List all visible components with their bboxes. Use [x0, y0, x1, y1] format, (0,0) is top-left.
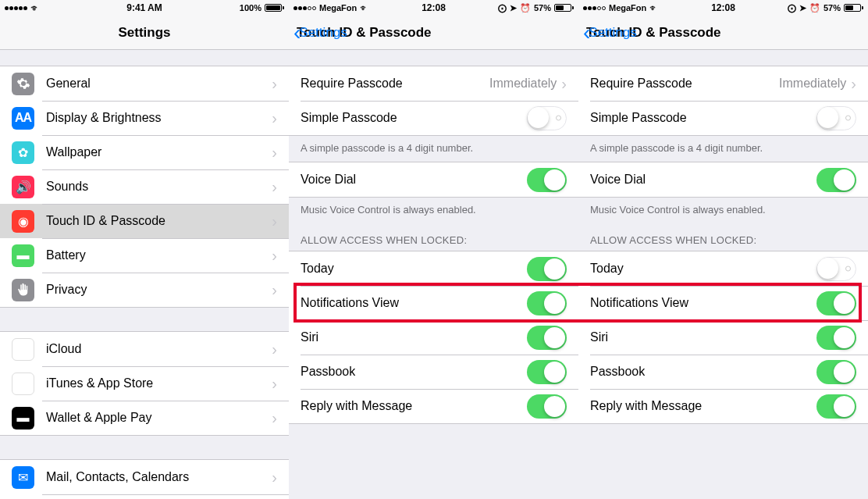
- carrier-label: MegaFon: [319, 3, 357, 12]
- siri-toggle[interactable]: [816, 326, 856, 350]
- signal-dots: [583, 6, 606, 10]
- row-label: Simple Passcode: [590, 111, 816, 125]
- section-footer: Music Voice Control is always enabled.: [289, 198, 578, 223]
- toggle-knob: [544, 362, 565, 383]
- reply-toggle[interactable]: [527, 394, 567, 419]
- section-header: ALLOW ACCESS WHEN LOCKED:: [289, 223, 578, 251]
- chevron-right-icon: ›: [272, 144, 277, 162]
- row-label: Today: [590, 262, 816, 276]
- navbar: ‹SettingsTouch ID & Passcode: [578, 16, 868, 50]
- aa-icon: AA: [12, 107, 34, 130]
- row-label: iTunes & App Store: [46, 376, 272, 390]
- row-label: Reply with Message: [590, 399, 816, 413]
- toggle-knob: [817, 107, 838, 128]
- allow-access-section: TodayNotifications ViewSiriPassbookReply…: [289, 251, 578, 424]
- simple-passcode-toggle[interactable]: [816, 106, 856, 130]
- row-label: Siri: [301, 330, 527, 344]
- settings-row-notes[interactable]: Notes›: [0, 494, 289, 499]
- settings-row-general[interactable]: General›: [0, 66, 289, 101]
- allow-passbook-row: Passbook: [289, 355, 578, 389]
- row-label: Voice Dial: [301, 173, 527, 187]
- settings-row-battery[interactable]: ▬Battery›: [0, 238, 289, 273]
- section-footer: A simple passcode is a 4 digit number.: [578, 136, 868, 162]
- simple-passcode-row: Simple Passcode: [289, 101, 578, 135]
- passbook-toggle[interactable]: [527, 360, 567, 384]
- status-bar: ᯤ9:41 AM100%: [0, 0, 289, 16]
- chevron-right-icon: ›: [272, 212, 277, 230]
- siri-toggle[interactable]: [527, 326, 567, 350]
- settings-group: ☁iCloud›ⒶiTunes & App Store›▬Wallet & Ap…: [0, 331, 289, 436]
- alarm-icon: ⏰: [809, 3, 820, 13]
- hand-icon: [12, 279, 34, 301]
- settings-row-wallpaper[interactable]: ✿Wallpaper›: [0, 135, 289, 169]
- allow-today-row: Today: [289, 251, 578, 286]
- sounds-icon: 🔊: [12, 176, 34, 198]
- mail-icon: ✉: [12, 466, 34, 489]
- settings-row-wallet[interactable]: ▬Wallet & Apple Pay›: [0, 401, 289, 435]
- passbook-toggle[interactable]: [816, 360, 856, 384]
- row-label: Wallet & Apple Pay: [46, 411, 272, 425]
- simple-passcode-row: Simple Passcode: [578, 101, 868, 135]
- voice-dial-row: Voice Dial: [289, 162, 578, 197]
- row-label: Mail, Contacts, Calendars: [46, 470, 272, 484]
- settings-root-screen: ᯤ9:41 AM100%SettingsGeneral›AADisplay & …: [0, 0, 289, 499]
- voice-dial-toggle[interactable]: [527, 168, 567, 192]
- settings-row-display[interactable]: AADisplay & Brightness›: [0, 101, 289, 135]
- toggle-knob: [834, 362, 855, 383]
- settings-row-itunes[interactable]: ⒶiTunes & App Store›: [0, 366, 289, 401]
- row-label: Wallpaper: [46, 145, 272, 159]
- chevron-right-icon: ›: [272, 75, 277, 93]
- require-passcode-row[interactable]: Require PasscodeImmediately›: [289, 66, 578, 101]
- battery-icon: [554, 4, 574, 12]
- require-passcode-row[interactable]: Require PasscodeImmediately›: [578, 66, 868, 101]
- battery-percent: 57%: [534, 3, 551, 12]
- allow-reply-row: Reply with Message: [578, 389, 868, 423]
- touchid-passcode-screen: MegaFonᯤ12:08⨀➤⏰57%‹SettingsTouch ID & P…: [289, 0, 578, 499]
- row-label: Siri: [590, 330, 816, 344]
- settings-row-mail[interactable]: ✉Mail, Contacts, Calendars›: [0, 460, 289, 494]
- status-time: 9:41 AM: [126, 2, 162, 13]
- simple-passcode-toggle[interactable]: [527, 106, 567, 130]
- chevron-right-icon: ›: [272, 340, 277, 358]
- row-label: Privacy: [46, 283, 272, 297]
- row-detail: Immediately: [489, 77, 557, 91]
- signal-dots: [293, 6, 316, 10]
- chevron-right-icon: ›: [272, 469, 277, 487]
- location-icon: ➤: [510, 3, 517, 13]
- battery-icon: ▬: [12, 244, 34, 267]
- row-label: Require Passcode: [301, 77, 489, 91]
- toggle-knob: [544, 293, 565, 314]
- row-label: Passbook: [590, 365, 816, 379]
- voice-dial-toggle[interactable]: [816, 168, 856, 192]
- section-footer: A simple passcode is a 4 digit number.: [289, 136, 578, 162]
- toggle-knob: [834, 293, 855, 314]
- back-button[interactable]: ‹Settings: [293, 25, 347, 41]
- wifi-icon: ᯤ: [360, 3, 368, 12]
- lock-icon: ⨀: [498, 3, 507, 13]
- wifi-icon: ᯤ: [649, 3, 658, 12]
- settings-row-sounds[interactable]: 🔊Sounds›: [0, 169, 289, 204]
- settings-row-icloud[interactable]: ☁iCloud›: [0, 332, 289, 366]
- reply-toggle[interactable]: [816, 394, 856, 419]
- today-toggle[interactable]: [816, 257, 856, 281]
- location-icon: ➤: [799, 3, 806, 13]
- notif-toggle[interactable]: [527, 291, 567, 315]
- settings-row-privacy[interactable]: Privacy›: [0, 273, 289, 307]
- voice-dial-section: Voice Dial: [578, 162, 868, 198]
- allow-access-section: TodayNotifications ViewSiriPassbookReply…: [578, 251, 868, 424]
- toggle-knob: [834, 327, 855, 348]
- back-label: Settings: [299, 25, 347, 41]
- wifi-icon: ᯤ: [30, 2, 41, 14]
- toggle-knob: [834, 169, 855, 191]
- back-label: Settings: [589, 25, 636, 41]
- chevron-right-icon: ›: [272, 178, 277, 196]
- row-label: Notifications View: [590, 296, 816, 310]
- voice-dial-row: Voice Dial: [578, 162, 868, 197]
- today-toggle[interactable]: [527, 257, 567, 281]
- status-time: 12:08: [711, 2, 735, 13]
- notif-toggle[interactable]: [816, 291, 856, 315]
- passcode-section: Require PasscodeImmediately›Simple Passc…: [289, 66, 578, 136]
- status-bar: MegaFonᯤ12:08⨀➤⏰57%: [578, 0, 868, 16]
- settings-row-touchid[interactable]: ◉Touch ID & Passcode›: [0, 204, 289, 238]
- back-button[interactable]: ‹Settings: [583, 25, 637, 41]
